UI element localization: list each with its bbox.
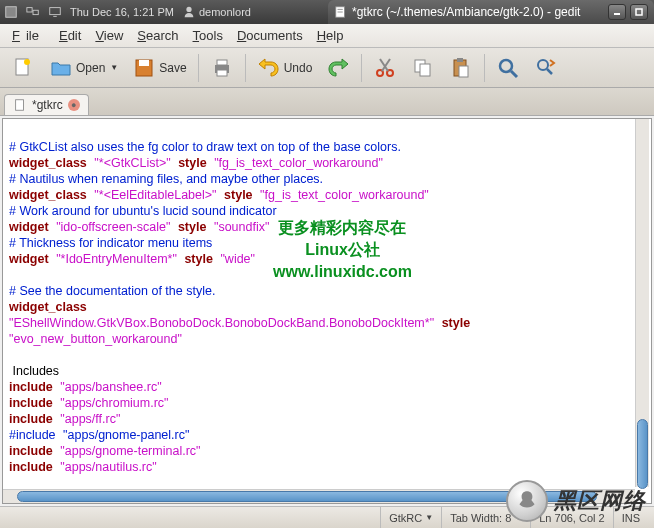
text-editor[interactable]: # GtkCList also uses the fg color to dra… [3,119,651,479]
code-line: # Nautilus when renaming files, and mayb… [9,172,323,186]
svg-point-5 [186,7,191,12]
code-token: "fg_is_text_color_workaround" [214,156,383,170]
code-line: Includes [9,364,59,378]
code-token: include [9,412,53,426]
menu-edit[interactable]: Edit [53,26,87,45]
scrollbar-thumb[interactable] [637,419,648,489]
code-token: "evo_new_button_workaround" [9,332,182,346]
svg-line-28 [511,71,517,77]
window-title-bar[interactable]: *gtkrc (~/.themes/Ambiance/gtk-2.0) - ge… [328,0,654,24]
undo-label: Undo [284,61,313,75]
copy-button[interactable] [406,53,440,83]
toolbar-separator [198,54,199,82]
svg-rect-23 [420,64,430,76]
scrollbar-thumb[interactable] [17,491,597,502]
undo-button[interactable]: Undo [252,53,318,83]
app-icon [334,5,348,19]
save-button[interactable]: Save [127,53,191,83]
code-token: "apps/banshee.rc" [60,380,161,394]
code-token: widget_class [9,188,87,202]
panel-app-icon[interactable] [4,5,18,19]
svg-point-27 [500,60,512,72]
code-token: widget [9,252,49,266]
menu-documents[interactable]: Documents [231,26,309,45]
redo-button[interactable] [321,53,355,83]
panel-screen-icon[interactable] [48,5,62,19]
cut-button[interactable] [368,53,402,83]
panel-window-icon[interactable] [26,5,40,19]
code-token: style [178,220,207,234]
tab-label: *gtkrc [32,98,63,112]
code-token: "apps/gnome-terminal.rc" [60,444,200,458]
status-language[interactable]: GtkRC▼ [380,507,441,528]
tab-gtkrc[interactable]: *gtkrc ● [4,94,89,115]
find-replace-button[interactable] [529,53,563,83]
code-token: style [184,252,213,266]
code-token: "apps/chromium.rc" [60,396,168,410]
svg-point-29 [538,60,548,70]
chevron-down-icon: ▼ [425,513,433,522]
status-insert-mode: INS [613,507,648,528]
svg-rect-16 [217,60,227,65]
open-button[interactable]: Open▼ [44,53,123,83]
code-token: style [224,188,253,202]
panel-clock[interactable]: Thu Dec 16, 1:21 PM [70,6,174,18]
code-token: #include [9,428,56,442]
code-token: "apps/nautilus.rc" [60,460,156,474]
menu-tools[interactable]: Tools [187,26,229,45]
print-button[interactable] [205,53,239,83]
window-title: *gtkrc (~/.themes/Ambiance/gtk-2.0) - ge… [352,5,580,19]
svg-rect-2 [33,10,38,14]
toolbar-separator [484,54,485,82]
svg-rect-25 [457,58,463,62]
code-token: "fg_is_text_color_workaround" [260,188,429,202]
code-token: include [9,396,53,410]
vertical-scrollbar[interactable] [635,119,649,487]
status-tab-width[interactable]: Tab Width: 8▼ [441,507,530,528]
find-button[interactable] [491,53,525,83]
code-line: # GtkCList also uses the fg color to dra… [9,140,401,154]
maximize-button[interactable] [630,4,648,20]
minimize-button[interactable] [608,4,626,20]
menu-help[interactable]: Help [311,26,350,45]
document-icon [13,98,27,112]
svg-rect-14 [139,60,149,66]
svg-point-12 [24,59,30,65]
menu-search[interactable]: Search [131,26,184,45]
statusbar: GtkRC▼ Tab Width: 8▼ Ln 706, Col 2 INS [0,506,654,528]
svg-rect-31 [16,100,24,111]
svg-line-30 [547,69,552,74]
code-token: "*<EelEditableLabel>" [94,188,216,202]
code-token: "*<GtkCList>" [94,156,170,170]
code-line: # Work around for ubuntu's lucid sound i… [9,204,277,218]
panel-user-label: demonlord [199,6,251,18]
svg-rect-0 [6,7,17,18]
horizontal-scrollbar[interactable] [3,489,635,503]
toolbar-separator [361,54,362,82]
code-token: include [9,444,53,458]
new-button[interactable] [6,53,40,83]
code-token: "wide" [220,252,255,266]
toolbar-separator [245,54,246,82]
tab-close-button[interactable]: ● [68,99,80,111]
code-token: "ido-offscreen-scale" [56,220,170,234]
code-token: style [178,156,207,170]
menubar: File Edit View Search Tools Documents He… [0,24,654,48]
code-token: "apps/ff.rc" [60,412,120,426]
paste-button[interactable] [444,53,478,83]
chevron-down-icon[interactable]: ▼ [110,63,118,72]
document-tabs: *gtkrc ● [0,88,654,116]
status-position: Ln 706, Col 2 [530,507,612,528]
editor-area: # GtkCList also uses the fg color to dra… [2,118,652,504]
code-token: widget_class [9,156,87,170]
code-token: include [9,380,53,394]
menu-view[interactable]: View [89,26,129,45]
svg-rect-3 [50,8,61,15]
status-spacer [6,507,380,528]
menu-file[interactable]: File [6,26,51,45]
svg-rect-1 [27,8,32,12]
code-token: style [442,316,471,330]
toolbar: Open▼ Save Undo [0,48,654,88]
panel-user[interactable]: demonlord [182,5,251,19]
svg-rect-10 [636,9,642,15]
